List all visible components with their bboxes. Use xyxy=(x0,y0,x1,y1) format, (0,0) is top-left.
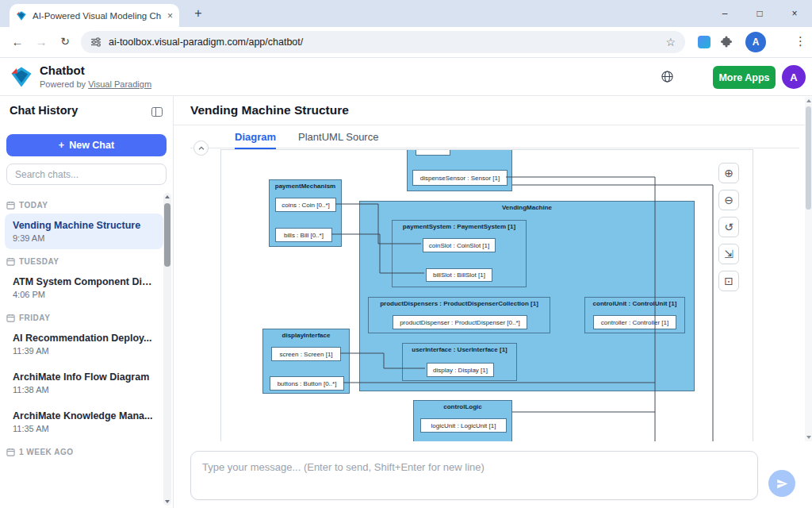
zoom-out-button[interactable]: ⊖ xyxy=(718,190,739,210)
powered-by-text: Powered by xyxy=(40,79,86,89)
uml-part: coinSlot : CoinSlot [1] xyxy=(423,238,496,252)
uml-label: controller : Controller [1] xyxy=(601,319,668,326)
uml-part: bills : Bill [0..*] xyxy=(275,228,332,242)
uml-part: coins : Coin [0..*] xyxy=(275,198,336,212)
expand-button[interactable]: ⇲ xyxy=(718,244,739,264)
uml-part: billSlot : BillSlot [1] xyxy=(426,268,492,282)
uml-label: controlLogic xyxy=(414,401,511,410)
visual-paradigm-logo xyxy=(10,65,33,89)
user-avatar[interactable]: A xyxy=(782,65,806,89)
send-button[interactable] xyxy=(768,470,795,497)
zoom-in-button[interactable]: ⊕ xyxy=(718,163,739,183)
scroll-up-arrow-icon[interactable] xyxy=(806,99,811,102)
extensions-puzzle-icon[interactable] xyxy=(720,36,733,48)
new-chat-label: New Chat xyxy=(69,140,114,151)
forward-button[interactable]: → xyxy=(33,35,49,48)
window-maximize-button[interactable]: □ xyxy=(742,0,777,27)
app-title: Chatbot xyxy=(40,64,85,77)
uml-box: paymentMechanismcoins : Coin [0..*]bills… xyxy=(269,179,342,247)
chat-item-title: ATM System Component Dia... xyxy=(13,276,155,287)
scroll-down-arrow-icon[interactable] xyxy=(806,436,811,439)
uml-part: screen : Screen [1] xyxy=(271,347,341,361)
new-tab-button[interactable]: + xyxy=(190,6,206,21)
window-close-button[interactable]: × xyxy=(777,0,812,27)
uml-box: displayInterfacescreen : Screen [1]butto… xyxy=(262,329,350,394)
message-scroll-region: Diagram PlantUML Source dispenseSensor :… xyxy=(174,125,812,441)
tab-plantuml-source[interactable]: PlantUML Source xyxy=(298,131,378,149)
chat-history-item[interactable]: Vending Machine Structure9:39 AM xyxy=(5,214,163,249)
pinned-extension-icon[interactable] xyxy=(698,36,710,48)
url-text: ai-toolbox.visual-paradigm.com/app/chatb… xyxy=(109,37,658,48)
reset-view-button[interactable]: ↺ xyxy=(718,217,739,237)
calendar-icon xyxy=(6,257,15,266)
visual-paradigm-link[interactable]: Visual Paradigm xyxy=(88,79,151,89)
section-label: TUESDAY xyxy=(6,257,162,266)
uml-label: display : Display [1] xyxy=(433,367,488,374)
more-apps-button[interactable]: More Apps xyxy=(713,66,776,89)
chat-history-item[interactable]: ATM System Component Dia...4:06 PM xyxy=(5,270,163,306)
window-controls: – □ × xyxy=(707,0,812,27)
uml-label: paymentSystem : PaymentSystem [1] xyxy=(393,221,526,230)
uml-label: VendingMachine xyxy=(360,202,694,211)
diagram-panel: dispenseSensor : Sensor [1]paymentMechan… xyxy=(220,149,753,441)
sidebar-scrollbar-thumb[interactable] xyxy=(164,203,170,267)
uml-label: dispenseSensor : Sensor [1] xyxy=(420,175,500,182)
chat-history-item[interactable]: ArchiMate Info Flow Diagram11:38 AM xyxy=(5,365,163,401)
scroll-down-arrow-icon[interactable] xyxy=(165,500,170,503)
dark-mode-moon-icon[interactable] xyxy=(690,71,702,83)
sidebar-scrollbar[interactable] xyxy=(163,193,171,506)
viewer-toolbar: ⊕⊖↺⇲⊡ xyxy=(718,163,739,291)
uml-box: VendingMachinepaymentSystem : PaymentSys… xyxy=(359,201,695,391)
search-chats-input[interactable] xyxy=(6,164,167,185)
calendar-icon xyxy=(6,201,15,210)
back-button[interactable]: ← xyxy=(10,35,25,48)
chat-item-title: ArchiMate Info Flow Diagram xyxy=(13,371,155,383)
diagram-canvas[interactable]: dispenseSensor : Sensor [1]paymentMechan… xyxy=(221,150,753,441)
uml-part xyxy=(416,150,450,156)
chat-history-item[interactable]: ArchiMate Knowledge Mana...11:35 AM xyxy=(5,404,163,440)
browser-profile-avatar[interactable]: A xyxy=(745,32,766,52)
app-subtitle: Powered by Visual Paradigm xyxy=(40,79,151,89)
uml-part: dispenseSensor : Sensor [1] xyxy=(412,170,508,186)
chat-item-title: AI Recommendation Deploy... xyxy=(13,333,155,344)
plus-icon: + xyxy=(59,140,64,151)
uml-box: controlLogiclogicUnit : LogicUnit [1] xyxy=(413,400,512,441)
browser-tab[interactable]: AI-Powered Visual Modeling Ch × xyxy=(10,4,179,27)
uml-box: userInterface : UserInterface [1]display… xyxy=(402,343,517,381)
message-input[interactable] xyxy=(190,451,758,500)
sidebar-collapse-icon[interactable] xyxy=(151,106,163,118)
bookmark-star-icon[interactable]: ☆ xyxy=(665,36,676,48)
chat-history-sidebar: Chat History + New Chat TODAYVending Mac… xyxy=(0,96,174,508)
page-scrollbar[interactable] xyxy=(805,97,812,441)
browser-menu-icon[interactable]: ⋮ xyxy=(795,34,806,48)
page-scrollbar-thumb[interactable] xyxy=(806,106,811,210)
paper-plane-icon xyxy=(776,478,788,490)
chat-item-time: 11:39 AM xyxy=(13,346,155,356)
chat-item-title: Vending Machine Structure xyxy=(13,220,155,231)
tab-diagram[interactable]: Diagram xyxy=(235,131,276,149)
refresh-button[interactable]: ↻ xyxy=(57,35,73,48)
calendar-icon xyxy=(6,448,15,456)
chat-item-time: 9:39 AM xyxy=(13,233,155,243)
uml-box: dispenseSensor : Sensor [1] xyxy=(407,150,512,191)
sidebar-title: Chat History xyxy=(10,104,78,117)
uml-part: display : Display [1] xyxy=(427,363,494,377)
chat-main-area: Vending Machine Structure Diagram PlantU… xyxy=(174,96,812,508)
language-globe-icon[interactable] xyxy=(661,70,674,83)
tab-close-icon[interactable]: × xyxy=(167,10,173,21)
chat-item-time: 11:38 AM xyxy=(13,385,155,394)
new-chat-button[interactable]: + New Chat xyxy=(6,134,167,156)
uml-box: paymentSystem : PaymentSystem [1]coinSlo… xyxy=(392,220,527,287)
fit-screen-button[interactable]: ⊡ xyxy=(718,271,739,291)
section-label: 1 WEEK AGO xyxy=(6,448,162,456)
collapse-message-button[interactable] xyxy=(193,140,209,156)
address-bar[interactable]: ai-toolbox.visual-paradigm.com/app/chatb… xyxy=(81,31,685,53)
conversation-title: Vending Machine Structure xyxy=(190,103,349,117)
uml-part: controller : Controller [1] xyxy=(593,315,676,329)
scroll-up-arrow-icon[interactable] xyxy=(165,195,170,198)
window-minimize-button[interactable]: – xyxy=(707,0,742,27)
site-info-icon[interactable] xyxy=(90,37,102,48)
chat-history-item[interactable]: AI Recommendation Deploy...11:39 AM xyxy=(5,326,163,362)
section-label: TODAY xyxy=(6,201,162,210)
uml-label: displayInterface xyxy=(263,329,349,339)
